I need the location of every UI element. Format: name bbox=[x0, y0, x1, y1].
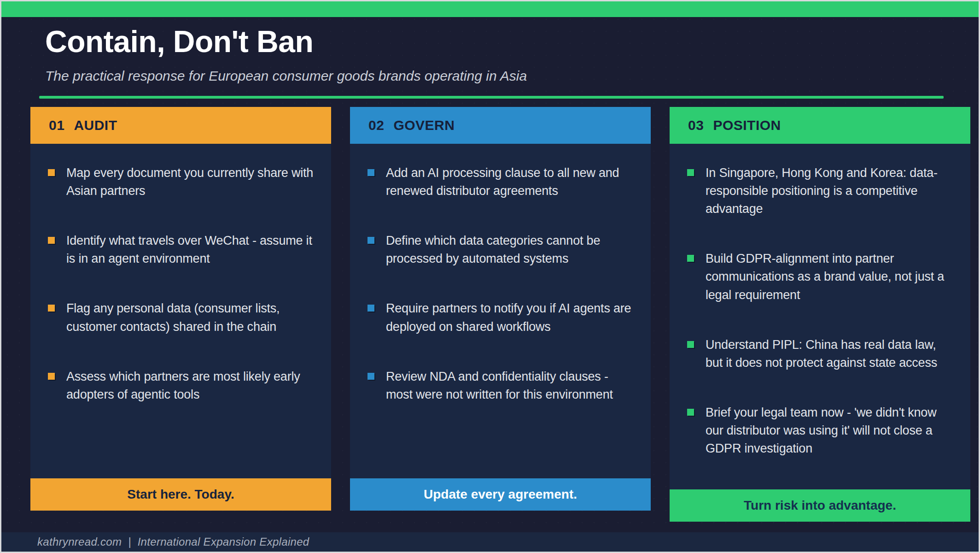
list-item: Assess which partners are most likely ea… bbox=[48, 368, 315, 404]
list-item: Map every document you currently share w… bbox=[48, 164, 315, 200]
list-item: Identify what travels over WeChat - assu… bbox=[48, 232, 315, 268]
square-bullet-icon bbox=[368, 373, 374, 380]
square-bullet-icon bbox=[687, 255, 694, 262]
columns-container: 01 AUDIT Map every document you currentl… bbox=[30, 107, 979, 511]
column-audit-body: Map every document you currently share w… bbox=[30, 144, 331, 478]
bullet-text: Understand PIPL: China has real data law… bbox=[706, 336, 954, 372]
list-item: Review NDA and confidentiality clauses -… bbox=[368, 368, 634, 404]
column-label: AUDIT bbox=[74, 118, 117, 133]
column-audit-cta: Start here. Today. bbox=[30, 478, 331, 511]
column-govern-body: Add an AI processing clause to all new a… bbox=[350, 144, 651, 478]
bullet-text: Require partners to notify you if AI age… bbox=[386, 300, 634, 335]
bullet-text: Identify what travels over WeChat - assu… bbox=[66, 232, 315, 268]
column-position-cta: Turn risk into advantage. bbox=[670, 489, 970, 522]
bullet-text: Add an AI processing clause to all new a… bbox=[386, 164, 634, 200]
bullet-text: Flag any personal data (consumer lists, … bbox=[66, 300, 315, 335]
list-item: Define which data categories cannot be p… bbox=[368, 232, 634, 268]
list-item: Brief your legal team now - 'we didn't k… bbox=[687, 404, 954, 458]
bullet-text: Build GDPR-alignment into partner commun… bbox=[706, 250, 954, 304]
square-bullet-icon bbox=[368, 305, 374, 312]
slide-header: Contain, Don't Ban The practical respons… bbox=[1, 17, 979, 85]
square-bullet-icon bbox=[687, 341, 694, 348]
credit-bar: kathrynread.com | International Expansio… bbox=[1, 532, 979, 552]
column-govern: 02 GOVERN Add an AI processing clause to… bbox=[350, 107, 651, 511]
list-item: Require partners to notify you if AI age… bbox=[368, 300, 634, 335]
column-label: POSITION bbox=[713, 118, 781, 133]
column-govern-header: 02 GOVERN bbox=[350, 107, 651, 144]
bullet-text: Assess which partners are most likely ea… bbox=[66, 368, 315, 404]
bullet-text: Define which data categories cannot be p… bbox=[386, 232, 634, 268]
column-number: 02 bbox=[368, 118, 384, 133]
page-title: Contain, Don't Ban bbox=[45, 24, 979, 59]
column-govern-cta: Update every agreement. bbox=[350, 478, 651, 511]
credit-text: kathrynread.com | International Expansio… bbox=[37, 535, 309, 548]
square-bullet-icon bbox=[48, 169, 55, 176]
top-accent-bar bbox=[1, 1, 979, 17]
column-position-header: 03 POSITION bbox=[670, 107, 970, 144]
square-bullet-icon bbox=[48, 305, 55, 312]
bullet-text: Brief your legal team now - 'we didn't k… bbox=[706, 404, 954, 458]
square-bullet-icon bbox=[687, 409, 694, 416]
column-position-body: In Singapore, Hong Kong and Korea: data-… bbox=[670, 144, 970, 490]
square-bullet-icon bbox=[368, 169, 374, 176]
column-position: 03 POSITION In Singapore, Hong Kong and … bbox=[670, 107, 970, 511]
slide: Contain, Don't Ban The practical respons… bbox=[0, 0, 980, 553]
bullet-text: Review NDA and confidentiality clauses -… bbox=[386, 368, 634, 404]
column-number: 03 bbox=[688, 118, 704, 133]
square-bullet-icon bbox=[48, 373, 55, 380]
bullet-text: Map every document you currently share w… bbox=[66, 164, 315, 200]
list-item: Add an AI processing clause to all new a… bbox=[368, 164, 634, 200]
list-item: Build GDPR-alignment into partner commun… bbox=[687, 250, 954, 304]
bullet-text: In Singapore, Hong Kong and Korea: data-… bbox=[706, 164, 954, 218]
list-item: Understand PIPL: China has real data law… bbox=[687, 336, 954, 372]
column-audit: 01 AUDIT Map every document you currentl… bbox=[30, 107, 331, 511]
column-audit-header: 01 AUDIT bbox=[30, 107, 331, 144]
square-bullet-icon bbox=[687, 169, 694, 176]
title-divider bbox=[39, 96, 944, 99]
square-bullet-icon bbox=[48, 237, 55, 244]
square-bullet-icon bbox=[368, 237, 374, 244]
slide-subtitle: The practical response for European cons… bbox=[45, 67, 979, 85]
column-label: GOVERN bbox=[393, 118, 455, 133]
list-item: In Singapore, Hong Kong and Korea: data-… bbox=[687, 164, 954, 218]
list-item: Flag any personal data (consumer lists, … bbox=[48, 300, 315, 335]
column-number: 01 bbox=[49, 118, 64, 133]
